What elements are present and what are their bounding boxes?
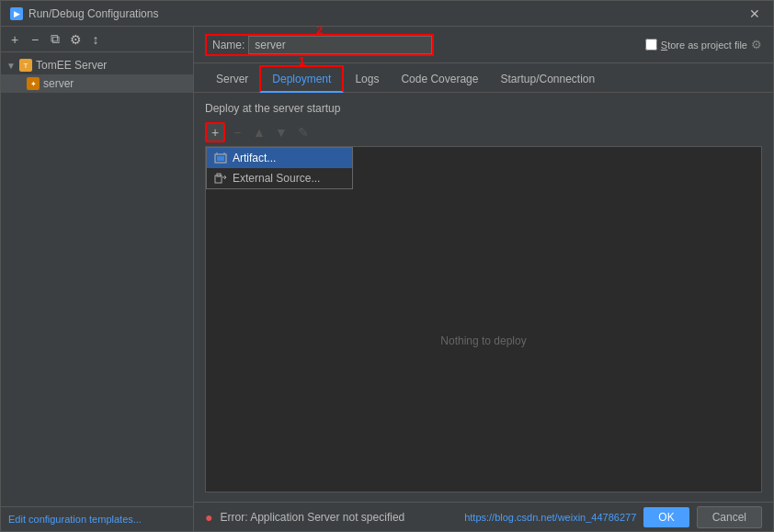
deploy-area: Artifact... xyxy=(205,146,762,492)
error-icon: ● xyxy=(205,510,212,525)
dropdown-item-external[interactable]: External Source... xyxy=(207,168,352,188)
tab-code-coverage[interactable]: Code Coverage xyxy=(390,67,489,93)
store-project-checkbox[interactable] xyxy=(645,39,657,51)
tree-item-label: server xyxy=(43,77,74,90)
sidebar: + − ⧉ ⚙ ↕ ▼ T TomEE Server ✦ server xyxy=(1,27,194,531)
tab-startup-connection-label: Startup/Connection xyxy=(500,73,595,85)
name-input[interactable] xyxy=(248,36,432,54)
tomee-server-icon: T xyxy=(19,59,32,72)
ok-button[interactable]: OK xyxy=(643,507,689,527)
title-bar: ▶ Run/Debug Configurations ✕ xyxy=(1,1,773,27)
tree-item-server[interactable]: ✦ server xyxy=(1,74,193,93)
content-area: + − ⧉ ⚙ ↕ ▼ T TomEE Server ✦ server xyxy=(1,27,773,531)
sidebar-tree: ▼ T TomEE Server ✦ server xyxy=(1,52,193,506)
svg-rect-1 xyxy=(217,156,224,161)
cancel-button[interactable]: Cancel xyxy=(697,506,762,528)
sidebar-toolbar: + − ⧉ ⚙ ↕ xyxy=(1,27,193,52)
bottom-bar: ● Error: Application Server not specifie… xyxy=(194,502,773,531)
tree-group-label: TomEE Server xyxy=(36,59,107,72)
artifact-icon xyxy=(214,152,227,164)
tab-logs[interactable]: Logs xyxy=(344,67,390,93)
add-config-button[interactable]: + xyxy=(6,31,23,48)
sort-config-button[interactable]: ↕ xyxy=(87,31,104,48)
dropdown-item-artifact[interactable]: Artifact... xyxy=(207,148,352,168)
remove-deploy-button[interactable]: − xyxy=(227,122,247,142)
store-project-label[interactable]: Store as project file xyxy=(661,40,747,51)
name-row: 2 Name: Store as project file ⚙ xyxy=(194,27,773,63)
edit-deploy-button[interactable]: ✎ xyxy=(293,122,313,142)
csdn-url[interactable]: https://blog.csdn.net/weixin_44786277 xyxy=(464,512,636,523)
tab-server-label: Server xyxy=(216,73,248,85)
store-gear-icon[interactable]: ⚙ xyxy=(751,38,762,51)
tab-startup-connection[interactable]: Startup/Connection xyxy=(489,67,606,93)
dropdown-menu: Artifact... xyxy=(206,147,353,189)
error-message: Error: Application Server not specified xyxy=(220,511,404,524)
copy-config-button[interactable]: ⧉ xyxy=(47,31,63,48)
annotation-4: 4 xyxy=(224,122,231,123)
dropdown-item-artifact-label: Artifact... xyxy=(233,152,276,164)
run-debug-dialog: ▶ Run/Debug Configurations ✕ + − ⧉ ⚙ ↕ ▼… xyxy=(0,0,774,532)
name-input-box: 2 Name: xyxy=(205,34,434,56)
up-deploy-button[interactable]: ▲ xyxy=(249,122,269,142)
tree-group-header-tomee[interactable]: ▼ T TomEE Server xyxy=(1,56,193,74)
external-source-icon xyxy=(214,172,227,185)
dialog-icon: ▶ xyxy=(10,7,23,20)
dropdown-item-external-label: External Source... xyxy=(233,172,320,185)
tab-code-coverage-label: Code Coverage xyxy=(401,73,478,85)
add-deploy-button[interactable]: + xyxy=(205,122,225,142)
deploy-toolbar: + 4 − ▲ ▼ ✎ xyxy=(205,122,762,142)
tab-server[interactable]: Server xyxy=(205,67,259,93)
title-bar-left: ▶ Run/Debug Configurations xyxy=(10,7,158,20)
bottom-buttons: https://blog.csdn.net/weixin_44786277 OK… xyxy=(464,506,762,528)
dialog-title: Run/Debug Configurations xyxy=(28,7,158,20)
store-project: Store as project file ⚙ xyxy=(645,38,762,51)
tab-deployment-label: Deployment xyxy=(272,73,331,85)
tree-arrow: ▼ xyxy=(6,61,16,71)
close-button[interactable]: ✕ xyxy=(746,5,764,23)
deploy-section-label: Deploy at the server startup xyxy=(205,102,762,115)
annotation-2: 2 xyxy=(316,27,323,37)
server-config-icon: ✦ xyxy=(27,77,40,90)
main-panel: 2 Name: Store as project file ⚙ Server xyxy=(194,27,773,531)
edit-templates-link[interactable]: Edit configuration templates... xyxy=(8,514,142,525)
tabs-row: Server 1 Deployment Logs Code Coverage S… xyxy=(194,63,773,93)
store-label-rest: tore as project file xyxy=(667,40,747,51)
deploy-section: + 4 − ▲ ▼ ✎ xyxy=(205,122,762,492)
sidebar-footer: Edit configuration templates... xyxy=(1,506,193,531)
add-btn-wrapper: + 4 xyxy=(205,122,225,142)
annotation-1: 1 xyxy=(299,54,305,68)
nothing-to-deploy: Nothing to deploy xyxy=(206,189,761,492)
tree-group-tomee: ▼ T TomEE Server ✦ server xyxy=(1,54,193,95)
name-label: Name: xyxy=(207,39,248,51)
tab-logs-label: Logs xyxy=(355,73,379,85)
remove-config-button[interactable]: − xyxy=(27,31,43,48)
settings-config-button[interactable]: ⚙ xyxy=(67,31,84,48)
down-deploy-button[interactable]: ▼ xyxy=(271,122,291,142)
deployment-tab-content: Deploy at the server startup + 4 − ▲ ▼ ✎ xyxy=(194,93,773,502)
tab-deployment[interactable]: 1 Deployment xyxy=(259,65,344,93)
